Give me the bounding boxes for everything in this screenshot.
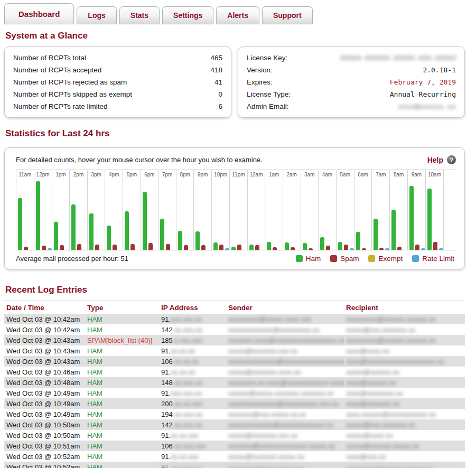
spam-bar <box>255 245 259 250</box>
chart-hour-column-6am[interactable]: 6am <box>354 170 372 250</box>
chart-hour-column-10pm[interactable]: 10pm <box>211 170 229 250</box>
tab-support[interactable]: Support <box>262 6 313 24</box>
log-recipient: xxxx@xxxxxxxx.xx <box>344 388 465 398</box>
chart-hour-column-4pm[interactable]: 4pm <box>105 170 123 250</box>
log-recipient: xxxxx@xxx.xxxxxxx.xx <box>344 324 465 335</box>
log-row[interactable]: Wed Oct 03 @ 10:52amHAM91.xx.xx.xxxxxxxx… <box>4 451 465 462</box>
chart-hour-column-11pm[interactable]: 11pm <box>229 170 247 250</box>
log-type: HAM <box>85 419 159 430</box>
chart-hour-column-1am[interactable]: 1am <box>265 170 283 250</box>
hour-bars <box>194 231 211 250</box>
hour-label: 2am <box>283 170 301 179</box>
log-row[interactable]: Wed Oct 03 @ 10:49amHAM194.xx.xxx.xxxxxx… <box>4 409 465 419</box>
chart-hour-column-3am[interactable]: 3am <box>301 170 319 250</box>
log-row[interactable]: Wed Oct 03 @ 10:50amHAM91.xx.xx.xxxxxxxx… <box>4 430 465 441</box>
hour-label: 5pm <box>123 170 141 179</box>
log-row[interactable]: Wed Oct 03 @ 10:49amHAM200.xx.xx.xxxxxxx… <box>4 398 465 409</box>
license-label: Admin Email: <box>247 102 289 110</box>
chart-hour-column-6pm[interactable]: 6pm <box>141 170 158 250</box>
help-link[interactable]: Help ? <box>427 155 456 164</box>
log-row[interactable]: Wed Oct 03 @ 10:43amHAM91.xx.xx.xxxxxxx@… <box>4 345 465 356</box>
log-datetime: Wed Oct 03 @ 10:52am <box>4 462 85 468</box>
log-row[interactable]: Wed Oct 03 @ 10:51amHAM106.xx.xxx.xxxxxx… <box>4 441 465 451</box>
tab-settings[interactable]: Settings <box>162 6 213 24</box>
spam-bar <box>397 247 402 250</box>
log-row[interactable]: Wed Oct 03 @ 10:49amHAM91.xxx.xxx.xxxxxx… <box>4 388 465 398</box>
ham-bar <box>338 242 342 250</box>
ham-bar <box>231 247 236 250</box>
log-ip: 91.xx.xx.xxx <box>159 451 226 462</box>
ham-bar <box>18 198 22 250</box>
license-panel: License Key:XXXXX-XXXXXX-XXXXX-XXX-XXXXX… <box>238 46 465 118</box>
log-sender: xxxxxx@xxxxx.xxxxxxx.xxxxxxx.xx <box>226 388 344 398</box>
log-sender-redacted: xxxxxxxxxxxxx@xxxxxxxxx.xx <box>228 326 320 334</box>
log-row[interactable]: Wed Oct 03 @ 10:46amHAM91.xx.xx.xxxxxxx@… <box>4 367 465 377</box>
chart-hour-column-3pm[interactable]: 3pm <box>87 170 105 250</box>
log-ip-prefix: 91. <box>161 315 171 323</box>
chart-hour-column-9pm[interactable]: 9pm <box>193 170 211 250</box>
tab-logs[interactable]: Logs <box>77 6 116 24</box>
chart-hour-column-10am[interactable]: 10am <box>425 170 443 250</box>
log-ip-redacted: .xx.xxx.xx <box>173 410 202 418</box>
log-sender: xxxxxxx@xxxxxxxxxxxxxx.xxxxx.xx <box>226 441 344 451</box>
chart-hour-column-1pm[interactable]: 1pm <box>52 170 70 250</box>
legend-item-exempt: Exempt <box>368 255 403 263</box>
chart-hour-column-4am[interactable]: 4am <box>318 170 336 250</box>
log-type: HAM <box>85 356 159 367</box>
tab-bar: DashboardLogsStatsSettingsAlertsSupport <box>0 0 476 24</box>
log-type: HAM <box>85 409 159 419</box>
log-datetime: Wed Oct 03 @ 10:50am <box>4 430 85 441</box>
chart-hour-column-7pm[interactable]: 7pm <box>158 170 176 250</box>
hour-label: 12pm <box>34 170 52 179</box>
hour-bars <box>158 219 176 250</box>
hour-label: 8pm <box>176 170 194 179</box>
chart-hour-column-2am[interactable]: 2am <box>283 170 301 250</box>
log-ip-prefix: 91. <box>161 368 171 376</box>
log-row[interactable]: Wed Oct 03 @ 10:42amHAM91.xxx.xxx.xxxxxx… <box>4 314 465 324</box>
chart-hour-column-7am[interactable]: 7am <box>371 170 389 250</box>
log-ip-prefix: 200 <box>161 400 173 408</box>
help-question-icon[interactable]: ? <box>447 155 456 164</box>
chart-hour-column-8pm[interactable]: 8pm <box>176 170 194 250</box>
tab-dashboard[interactable]: Dashboard <box>4 3 74 24</box>
hour-bars <box>176 231 194 250</box>
hour-label: 5am <box>337 170 354 179</box>
license-label: License Type: <box>247 90 291 98</box>
log-row[interactable]: Wed Oct 03 @ 10:48amHAM148.xx.xxx.xxxxxx… <box>4 377 465 388</box>
chart-hour-column-8am[interactable]: 8am <box>389 170 407 250</box>
spam-bar <box>362 248 366 250</box>
log-ip: 91.xxx.xxx.xx <box>159 314 226 324</box>
hour-label: 9pm <box>194 170 211 179</box>
hour-bars <box>88 213 105 250</box>
log-ip: 91.xx.xx.xx <box>159 367 226 377</box>
chart-hour-column-11am[interactable]: 11am <box>16 170 34 250</box>
chart-hour-column-5am[interactable]: 5am <box>336 170 354 250</box>
log-row[interactable]: Wed Oct 03 @ 10:43amSPAM[block_list (40)… <box>4 335 465 345</box>
chart-hour-column-12pm[interactable]: 12pm <box>34 170 52 250</box>
chart-hour-column-9am[interactable]: 9am <box>407 170 425 250</box>
tab-stats[interactable]: Stats <box>119 6 160 24</box>
log-row[interactable]: Wed Oct 03 @ 10:42amHAM142.xx.xxx.xxxxxx… <box>4 324 465 335</box>
log-row[interactable]: Wed Oct 03 @ 10:50amHAM142.xx.xxx.xxxxxx… <box>4 419 465 430</box>
spam-bar <box>291 247 295 250</box>
ham-bar <box>391 210 396 250</box>
log-ip-prefix: 142 <box>161 421 173 429</box>
chart-hour-column-5pm[interactable]: 5pm <box>123 170 141 250</box>
hourly-chart-panel: For detailed counts, hover your mouse cu… <box>4 147 465 269</box>
ham-bar <box>427 189 432 250</box>
log-ip: 194.xx.xxx.xx <box>159 409 226 419</box>
ham-bar <box>303 243 307 250</box>
ham-bar <box>71 204 76 250</box>
log-sender-redacted: xxxxxxxxx@xxxxx.xxxx.xxx <box>228 315 311 323</box>
chart-hour-column-2pm[interactable]: 2pm <box>69 170 87 250</box>
log-row[interactable]: Wed Oct 03 @ 10:43amHAM106.xx.xx.xxxxxxx… <box>4 356 465 367</box>
log-datetime: Wed Oct 03 @ 10:49am <box>4 398 85 409</box>
log-sender: xxxxxxx.xxxx@xxxxxxxxxxxxxxxxxx.xx <box>226 335 344 345</box>
rcpt-stat-label: Number of RCPTs total <box>13 54 86 62</box>
chart-hour-column-12am[interactable]: 12am <box>247 170 265 250</box>
tab-alerts[interactable]: Alerts <box>216 6 259 24</box>
log-ip-prefix: 106 <box>161 442 173 450</box>
spam-bar <box>379 248 384 250</box>
rcpt-stat-label: Number of RCPTs accepted <box>13 66 101 74</box>
ham-bar <box>125 211 129 250</box>
